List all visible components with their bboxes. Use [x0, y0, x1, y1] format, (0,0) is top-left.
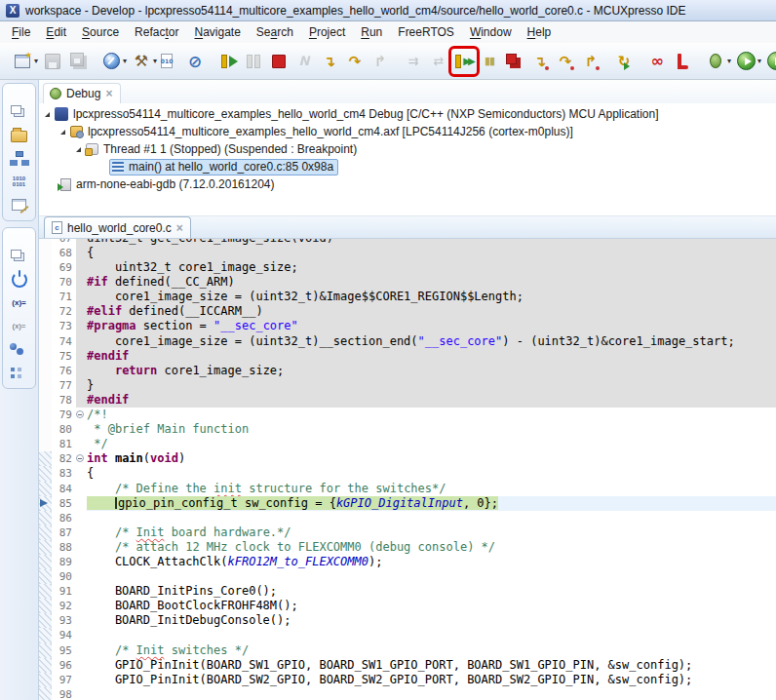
code-text[interactable]: gpio_pin_config_t sw_config = {kGPIO_Dig…: [87, 496, 776, 511]
annotation-ruler[interactable]: [39, 437, 52, 451]
line-number[interactable]: 87: [52, 525, 76, 540]
folding-ruler[interactable]: [76, 687, 87, 700]
folding-ruler[interactable]: [76, 378, 87, 393]
step-over-all-button[interactable]: ↷: [554, 50, 577, 73]
menu-source[interactable]: Source: [74, 23, 127, 41]
annotation-ruler[interactable]: [39, 658, 52, 673]
fold-collapse-icon[interactable]: [76, 454, 84, 462]
annotation-ruler[interactable]: [39, 304, 52, 319]
annotation-ruler[interactable]: [39, 569, 52, 584]
line-number[interactable]: 67: [52, 239, 76, 246]
clean-compass-button[interactable]: ▾: [99, 50, 128, 73]
folding-ruler[interactable]: [76, 437, 87, 451]
code-line-78[interactable]: 78#endif: [39, 393, 776, 408]
code-line-84[interactable]: 84 /* Define the init structure for the …: [39, 482, 776, 496]
menu-project[interactable]: Project: [301, 23, 353, 41]
step-into-button[interactable]: ↴: [318, 50, 341, 73]
code-text[interactable]: core1_image_size = (uint32_t)&Image$$COR…: [87, 290, 776, 304]
line-number[interactable]: 78: [52, 393, 76, 408]
dropdown-arrow-icon[interactable]: ▾: [153, 57, 157, 65]
annotation-ruler[interactable]: [39, 451, 52, 466]
folding-ruler[interactable]: [76, 569, 87, 584]
code-line-86[interactable]: 86: [39, 511, 776, 525]
folding-ruler[interactable]: [76, 482, 87, 496]
folding-ruler[interactable]: [76, 628, 87, 642]
save-all-button[interactable]: [66, 50, 90, 73]
code-text[interactable]: {: [87, 466, 776, 481]
code-line-98[interactable]: 98: [39, 687, 776, 700]
annotation-ruler[interactable]: [39, 290, 52, 304]
instruction-stepping-button[interactable]: ⇉: [402, 50, 425, 73]
annotation-ruler[interactable]: [39, 540, 52, 555]
code-line-72[interactable]: 72#elif defined(__ICCARM__): [39, 304, 776, 319]
line-number[interactable]: 79: [52, 408, 76, 422]
code-line-67[interactable]: 67uint32_t get_core1_image_size(void): [39, 239, 776, 246]
terminate-button[interactable]: [267, 50, 291, 73]
annotation-ruler[interactable]: [39, 584, 52, 599]
folding-ruler[interactable]: [76, 319, 87, 333]
annotation-ruler[interactable]: [39, 364, 52, 378]
annotation-ruler[interactable]: [39, 511, 52, 525]
annotation-ruler[interactable]: [39, 275, 52, 290]
folding-ruler[interactable]: [76, 466, 87, 481]
line-number[interactable]: 74: [52, 334, 76, 349]
line-number[interactable]: 77: [52, 378, 76, 393]
code-text[interactable]: #endif: [87, 393, 776, 408]
outline-button[interactable]: [5, 361, 34, 384]
project-explorer-button[interactable]: [5, 123, 34, 146]
disconnect-button[interactable]: N: [292, 50, 316, 73]
line-number[interactable]: 97: [52, 673, 76, 687]
code-line-92[interactable]: 92 BOARD_BootClockFROHF48M();: [39, 599, 776, 613]
folding-ruler[interactable]: [76, 613, 87, 628]
annotation-ruler[interactable]: [39, 466, 52, 481]
code-text[interactable]: CLOCK_AttachClk(kFRO12M_to_FLEXCOMM0);: [87, 555, 776, 569]
code-line-94[interactable]: 94: [39, 628, 776, 642]
code-text[interactable]: /* attach 12 MHz clock to FLEXCOMM0 (deb…: [87, 540, 776, 555]
annotation-ruler[interactable]: [39, 408, 52, 422]
code-text[interactable]: [87, 687, 776, 700]
tab-debug[interactable]: Debug ×: [43, 83, 121, 103]
code-text[interactable]: GPIO_PinInit(BOARD_SW2_GPIO, BOARD_SW2_G…: [87, 673, 776, 687]
folding-ruler[interactable]: [76, 673, 87, 687]
annotation-ruler[interactable]: [39, 613, 52, 628]
code-text[interactable]: [87, 628, 776, 642]
line-number[interactable]: 92: [52, 599, 76, 613]
annotation-ruler[interactable]: [39, 687, 52, 700]
save-button[interactable]: [41, 50, 64, 73]
binary-tools-button[interactable]: 010: [160, 53, 174, 69]
folding-ruler[interactable]: [76, 290, 87, 304]
code-text[interactable]: [87, 511, 776, 525]
code-line-76[interactable]: 76 return core1_image_size;: [39, 364, 776, 378]
global-variables-button[interactable]: (x)=: [5, 291, 34, 314]
folding-ruler[interactable]: [76, 239, 87, 246]
step-return-button[interactable]: ↱: [369, 50, 392, 73]
close-icon[interactable]: ×: [176, 223, 183, 233]
debug-tree-item[interactable]: arm-none-eabi-gdb (7.12.0.20161204): [39, 175, 776, 193]
folding-ruler[interactable]: [76, 511, 87, 525]
twistie-expanded-icon[interactable]: [45, 112, 50, 117]
folding-ruler[interactable]: [76, 643, 87, 658]
code-text[interactable]: #if defined(__CC_ARM): [87, 275, 776, 290]
folding-ruler[interactable]: [76, 364, 87, 378]
code-line-96[interactable]: 96 GPIO_PinInit(BOARD_SW1_GPIO, BOARD_SW…: [39, 658, 776, 673]
code-line-95[interactable]: 95 /* Init switches */: [39, 643, 776, 658]
code-line-73[interactable]: 73#pragma section = "__sec_core": [39, 319, 776, 333]
annotation-ruler[interactable]: [39, 496, 52, 511]
annotation-ruler[interactable]: [39, 393, 52, 408]
code-line-74[interactable]: 74 core1_image_size = (uint32_t)__sectio…: [39, 334, 776, 349]
line-number[interactable]: 86: [52, 511, 76, 525]
line-number[interactable]: 69: [52, 260, 76, 275]
instruction-step-mode-button[interactable]: ⇄: [427, 50, 450, 73]
suspend-button[interactable]: [242, 50, 265, 73]
twistie-expanded-icon[interactable]: [60, 130, 65, 135]
menu-freertos[interactable]: FreeRTOS: [390, 23, 462, 41]
annotation-ruler[interactable]: [39, 628, 52, 642]
folding-ruler[interactable]: [76, 422, 87, 437]
annotation-ruler[interactable]: [39, 643, 52, 658]
annotation-ruler[interactable]: [39, 260, 52, 275]
code-text[interactable]: [87, 569, 776, 584]
code-text[interactable]: #endif: [87, 349, 776, 364]
folding-ruler[interactable]: [76, 540, 87, 555]
debug-tree-item[interactable]: lpcxpresso54114_multicore_examples_hello…: [39, 105, 776, 123]
link-server-button[interactable]: ∞: [645, 50, 669, 73]
